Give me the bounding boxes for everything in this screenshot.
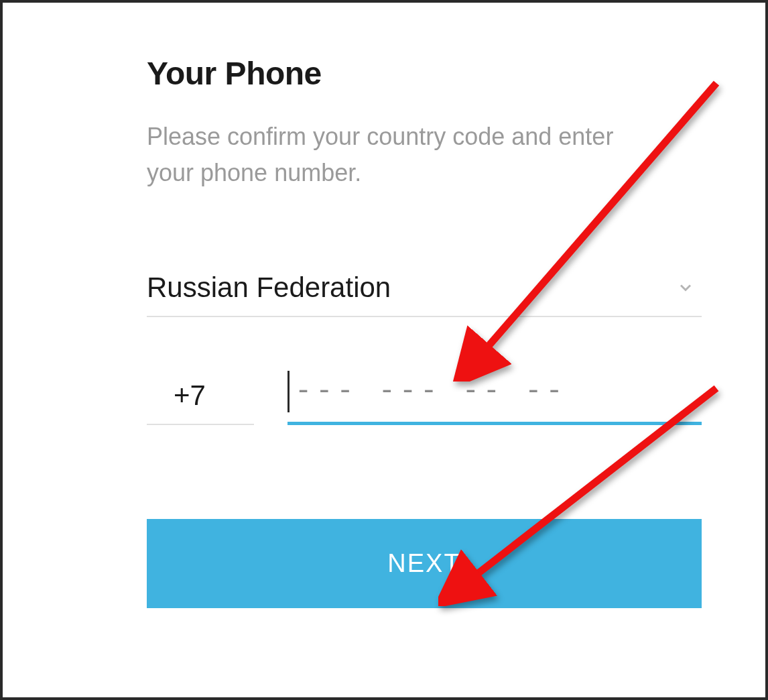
text-cursor [287,371,290,412]
chevron-down-icon [676,278,695,297]
phone-number-input[interactable]: --- --- -- -- [287,371,702,425]
phone-placeholder: --- --- -- -- [295,375,567,408]
country-code-field[interactable]: +7 [147,380,254,425]
phone-input-row: +7 --- --- -- -- [147,371,702,425]
country-name: Russian Federation [147,272,391,304]
next-button[interactable]: NEXT [147,519,702,608]
page-title: Your Phone [147,55,702,92]
country-code-value: +7 [174,380,206,411]
page-subtitle: Please confirm your country code and ent… [147,119,629,191]
country-selector[interactable]: Russian Federation [147,272,702,317]
